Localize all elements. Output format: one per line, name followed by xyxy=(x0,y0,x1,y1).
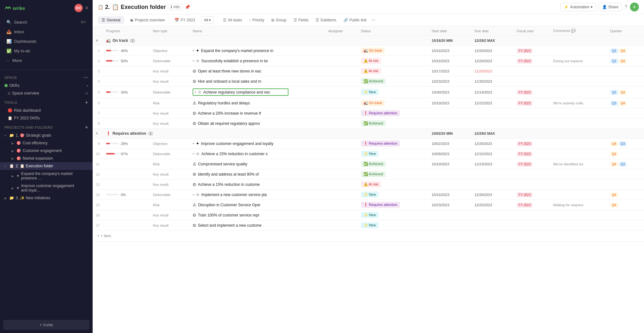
item-name[interactable]: Implement a new customer service pla xyxy=(201,193,267,197)
col-due-date[interactable]: Due date xyxy=(471,26,513,36)
item-name[interactable]: Obtain all required regulatory approv xyxy=(198,121,260,126)
item-name[interactable]: Successfully establish a presence in tw xyxy=(201,59,268,63)
item-name[interactable]: Train 100% of customer service repr xyxy=(198,213,259,217)
col-status[interactable]: Status xyxy=(358,26,429,36)
group-collapse-arrow[interactable]: ▾ xyxy=(93,36,103,46)
item-name[interactable]: Hire and onboard a local sales and m xyxy=(198,79,261,84)
projects-add-button[interactable]: + xyxy=(85,125,88,130)
col-item-type[interactable]: Item type xyxy=(150,26,190,36)
topbar: 📋 2. 📋 Execution folder ℹ Info 📌 ⚡ Autom… xyxy=(93,0,644,14)
sidebar-item-new-initiatives[interactable]: ▶ 📁 3. ✨ New initiatives xyxy=(0,194,93,202)
status-cell: 🚛 On track xyxy=(358,46,429,56)
item-name[interactable]: Achieve regulatory compliance and nec xyxy=(203,90,270,95)
space-options-button[interactable]: ··· xyxy=(83,75,88,80)
quarter-cell xyxy=(607,210,644,220)
col-quarter[interactable]: Quarter xyxy=(607,26,644,36)
expand-arrow[interactable]: ▾ xyxy=(193,49,194,52)
status-badge: ✨ New xyxy=(361,192,379,198)
fiscal-year-cell xyxy=(514,66,550,76)
expand-arrow[interactable]: ▾ xyxy=(193,193,194,196)
space-section-label: Space ··· xyxy=(0,72,93,82)
sidebar-item-mytodo[interactable]: ✅ My to-do xyxy=(2,46,91,56)
sidebar-item-dashboards[interactable]: 📊 Dashboards xyxy=(2,37,91,46)
item-name[interactable]: Disruption in Customer Service Oper xyxy=(198,203,260,207)
col-progress[interactable]: Progress xyxy=(103,26,150,36)
item-name[interactable]: Achieve a 15% reduction in customer s xyxy=(201,152,267,156)
item-name[interactable]: Achieve a 15% reduction in custome xyxy=(198,182,260,187)
sidebar-item-okrs[interactable]: OKRs ▾ xyxy=(0,82,93,89)
status-badge: ⚠️ At risk xyxy=(361,68,381,74)
fields-button[interactable]: ☰ Fields xyxy=(291,16,311,24)
sidebar-item-market-expansion[interactable]: ▶ 🎯 Market expansion xyxy=(0,155,93,162)
status-cell: ✨ New xyxy=(358,149,429,159)
item-name[interactable]: Select and implement a new custome xyxy=(198,223,261,228)
sidebar-collapse-button[interactable]: ≡ xyxy=(85,5,88,11)
sidebar-item-risk-dashboard[interactable]: 🔴 Risk dashboard xyxy=(0,107,93,114)
pin-icon[interactable]: 📌 xyxy=(185,4,190,10)
all-dropdown[interactable]: All ▾ xyxy=(201,16,214,24)
sidebar-item-expand-market[interactable]: ▶ ✦ Expand the company's market presence… xyxy=(0,170,93,182)
more-options-button[interactable]: ··· xyxy=(371,17,375,23)
sidebar-item-customer-engagement[interactable]: ▶ 🎯 Customer engagement xyxy=(0,147,93,155)
priority-button[interactable]: ↑ Priority xyxy=(247,16,267,24)
col-name[interactable]: Name xyxy=(189,26,325,36)
help-button[interactable]: ? xyxy=(625,4,627,10)
item-name[interactable]: Expand the company's market presence in xyxy=(201,49,273,53)
add-item-row[interactable]: + + Item xyxy=(93,231,644,242)
okrs-expand-arrow[interactable]: ▾ xyxy=(87,84,88,87)
quarter-badge: Q4 xyxy=(610,193,618,197)
assignee-cell xyxy=(325,169,358,179)
group-button[interactable]: ⊞ Group xyxy=(269,16,289,24)
item-name[interactable]: Open at least three new stores in eac xyxy=(198,69,261,73)
sidebar-item-space-overview[interactable]: ◇ Space overview ⚙ xyxy=(0,89,93,97)
expand-arrow[interactable]: ▾ xyxy=(195,90,196,94)
item-name[interactable]: Improve customer engagement and loyalty xyxy=(201,141,273,146)
col-assignee[interactable]: Assignee xyxy=(325,26,358,36)
expand-arrow[interactable]: ▾ xyxy=(193,152,194,155)
tab-projects-overview[interactable]: ◉ Projects overview xyxy=(126,16,169,24)
item-name[interactable]: Achieve a 20% increase in revenue fr xyxy=(198,111,261,116)
tools-add-button[interactable]: + xyxy=(85,100,88,105)
fields-icon: ☰ xyxy=(294,18,297,22)
sidebar-item-fy2023-okrs[interactable]: 📋 FY 2023 OKRs xyxy=(0,114,93,122)
all-tasks-button[interactable]: ☰ All tasks xyxy=(220,16,245,24)
item-name[interactable]: Regulatory hurdles and delays xyxy=(198,101,250,105)
add-member-button[interactable]: + xyxy=(630,3,639,11)
add-item-label[interactable]: + Item xyxy=(100,234,111,238)
tab-general[interactable]: ☰ General xyxy=(98,16,124,24)
expand-market-icon: ✦ xyxy=(16,174,19,178)
assignee-cell xyxy=(325,220,358,231)
sidebar-item-execution-folder[interactable]: ▾ 📋 2. 📋 Execution folder xyxy=(0,162,93,170)
settings-icon[interactable]: ⚙ xyxy=(85,92,88,95)
public-link-button[interactable]: 🔗 Public link xyxy=(341,16,369,24)
start-date-cell: 10/16/2023 xyxy=(428,190,471,200)
expand-arrow[interactable]: ▾ xyxy=(193,142,194,145)
col-comments[interactable]: Comments 💬 xyxy=(550,26,607,36)
sidebar-item-search[interactable]: 🔍 Search ⌘K xyxy=(2,18,91,27)
col-start-date[interactable]: Start date xyxy=(428,26,471,36)
execution-folder-icon: 📋 xyxy=(9,164,14,168)
sidebar-item-more[interactable]: ··· More xyxy=(2,56,91,65)
tab-fy2023[interactable]: 📅 FY 2023 xyxy=(171,16,199,24)
row-number: 6 xyxy=(93,98,103,108)
subitems-button[interactable]: ☰ Subitems xyxy=(313,16,339,24)
item-name[interactable]: Identify and address at least 90% of xyxy=(198,172,259,177)
row-number: 9 xyxy=(93,139,103,149)
automation-button[interactable]: ⚡ Automation ▾ xyxy=(560,3,596,11)
invite-button[interactable]: + Invite xyxy=(3,320,89,330)
user-avatar[interactable]: DO xyxy=(74,4,83,12)
group-collapse-arrow-2[interactable]: ▾ xyxy=(93,129,103,139)
item-name[interactable]: Compromised service quality xyxy=(198,162,247,166)
sidebar-item-cost-efficiency[interactable]: ▶ 🎯 Cost efficiency xyxy=(0,139,93,147)
expand-arrow[interactable]: ▾ xyxy=(193,59,194,63)
share-button[interactable]: 👤 Share xyxy=(599,3,622,11)
col-fiscal-year[interactable]: Fiscal year xyxy=(514,26,550,36)
toolbar-separator xyxy=(217,17,217,23)
sidebar-item-improve-engagement[interactable]: ▶ ✦ Improve customer engagement and loya… xyxy=(0,182,93,194)
info-button[interactable]: ℹ Info xyxy=(168,4,183,10)
assignee-cell xyxy=(325,190,358,200)
progress-bar-fill xyxy=(106,153,115,155)
due-date-cell xyxy=(471,179,513,190)
sidebar-item-strategic-goals[interactable]: ▾ 📁 1. 🎯 Strategic goals xyxy=(0,132,93,139)
sidebar-item-inbox[interactable]: 📥 Inbox xyxy=(2,27,91,36)
